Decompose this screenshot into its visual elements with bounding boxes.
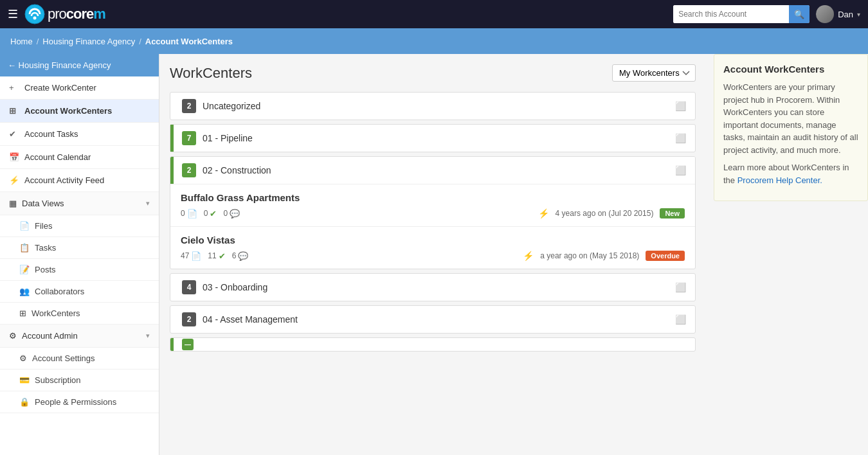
comment-icon: 💬	[230, 209, 240, 219]
grid-icon: ⊞	[9, 106, 19, 116]
sidebar-item-people-permissions[interactable]: 🔒 People & Permissions	[0, 391, 159, 413]
hamburger-menu[interactable]: ☰	[8, 7, 18, 21]
tasks-icon: 📋	[19, 243, 30, 253]
sidebar-back-button[interactable]: ← Housing Finance Agency	[0, 54, 159, 76]
sidebar-item-subscription[interactable]: 💳 Subscription	[0, 370, 159, 391]
user-dropdown-arrow: ▾	[857, 11, 860, 18]
right-panel: Account WorkCenters WorkCenters are your…	[714, 54, 868, 201]
stat-tasks: 0 ✔	[204, 209, 217, 219]
stat-docs: 0 📄	[181, 209, 197, 219]
workcenter-row-onboarding[interactable]: 4 03 - Onboarding ⬜	[170, 273, 696, 301]
wc-badge: 7	[182, 131, 196, 145]
search-button[interactable]: 🔍	[789, 5, 809, 23]
sidebar-item-posts[interactable]: 📝 Posts	[0, 259, 159, 281]
wc-card-title: Buffalo Grass Apartments	[181, 192, 685, 203]
task-check-icon: ✔	[210, 209, 217, 219]
workcenter-row-pipeline[interactable]: 7 01 - Pipeline ⬜	[170, 124, 696, 152]
green-indicator	[170, 125, 174, 152]
comment-icon: 💬	[238, 251, 248, 261]
logo[interactable]: procorem	[24, 4, 105, 24]
right-panel-paragraph1: WorkCenters are your primary project hub…	[723, 81, 858, 156]
content-main: WorkCenters My Workcenters All Workcente…	[159, 54, 706, 455]
workcenters-sub-icon: ⊞	[19, 308, 26, 318]
logo-icon	[24, 4, 45, 24]
top-navigation: ☰ procorem 🔍 Dan ▾	[0, 0, 868, 28]
wc-card-right: ⚡ a year ago on (May 15 2018) Overdue	[523, 251, 685, 261]
wc-card-meta: 0 📄 0 ✔ 0 💬	[181, 208, 685, 219]
sidebar-item-label: Account WorkCenters	[24, 106, 112, 116]
sidebar-item-collaborators[interactable]: 👥 Collaborators	[0, 281, 159, 303]
sidebar-item-label: Account Calendar	[24, 152, 91, 162]
sidebar-item-account-activity-feed[interactable]: ⚡ Account Activity Feed	[0, 169, 159, 192]
account-admin-icon: ⚙	[9, 331, 17, 341]
sidebar-item-label: Account Activity Feed	[24, 175, 104, 185]
wc-badge: 2	[182, 99, 196, 113]
sidebar-section-account-admin[interactable]: ⚙ Account Admin ▾	[0, 325, 159, 348]
wc-stats: 47 📄 11 ✔ 6 💬	[181, 251, 248, 261]
search-input[interactable]	[673, 5, 789, 23]
svg-point-1	[33, 17, 37, 20]
activity-lightning-icon: ⚡	[538, 208, 549, 219]
sidebar-item-tasks[interactable]: 📋 Tasks	[0, 237, 159, 259]
logo-text: procorem	[48, 6, 105, 22]
help-center-link[interactable]: Procorem Help Center.	[737, 175, 822, 185]
sidebar-item-create-workcenter[interactable]: + Create WorkCenter	[0, 76, 159, 100]
sidebar-section-admin-label: Account Admin	[22, 331, 78, 341]
sidebar-section-data-views[interactable]: ▦ Data Views ▾	[0, 192, 159, 215]
right-panel-paragraph2: Learn more about WorkCenters in the Proc…	[723, 161, 858, 186]
wc-card-title: Cielo Vistas	[181, 235, 685, 245]
sidebar-item-account-workcenters[interactable]: ⊞ Account WorkCenters	[0, 100, 159, 123]
stat-tasks: 11 ✔	[208, 251, 225, 261]
workcenter-card-buffalo-grass[interactable]: Buffalo Grass Apartments 0 📄 0 ✔	[170, 184, 695, 227]
green-indicator	[170, 338, 174, 351]
sidebar-item-files[interactable]: 📄 Files	[0, 215, 159, 237]
workcenter-row-partial[interactable]: —	[170, 337, 696, 352]
wc-label: 04 - Asset Management	[203, 314, 669, 325]
wc-label: 03 - Onboarding	[203, 282, 669, 292]
wc-label: 02 - Construction	[203, 165, 669, 175]
workcenter-group-header-construction[interactable]: 2 02 - Construction ⬜	[170, 157, 695, 184]
green-indicator	[170, 157, 174, 184]
activity-time: a year ago on (May 15 2018)	[540, 251, 639, 260]
collaborators-icon: 👥	[19, 287, 30, 296]
breadcrumb-account[interactable]: Housing Finance Agency	[42, 37, 135, 46]
breadcrumb-current: Account WorkCenters	[145, 37, 233, 46]
subscription-icon: 💳	[19, 375, 30, 385]
expand-icon: ⬜	[675, 101, 686, 111]
sidebar-item-label: Account Tasks	[24, 129, 78, 139]
wc-label: 01 - Pipeline	[203, 133, 669, 143]
filter-dropdown[interactable]: My Workcenters All Workcenters	[612, 64, 696, 82]
wc-label: Uncategorized	[203, 101, 669, 111]
workcenter-row-asset-management[interactable]: 2 04 - Asset Management ⬜	[170, 305, 696, 334]
workcenter-row-uncategorized[interactable]: 2 Uncategorized ⬜	[170, 92, 696, 120]
document-icon: 📄	[187, 209, 197, 219]
page-title: WorkCenters	[170, 65, 252, 82]
plus-icon: +	[9, 83, 19, 93]
task-check-icon: ✔	[219, 251, 226, 261]
document-icon: 📄	[191, 251, 201, 261]
wc-card-right: ⚡ 4 years ago on (Jul 20 2015) New	[538, 208, 685, 219]
user-menu[interactable]: Dan ▾	[816, 5, 860, 23]
sidebar-item-account-calendar[interactable]: 📅 Account Calendar	[0, 146, 159, 169]
sidebar-item-label: Create WorkCenter	[24, 83, 96, 93]
sidebar-item-account-tasks[interactable]: ✔ Account Tasks	[0, 123, 159, 146]
main-layout: ← Housing Finance Agency + Create WorkCe…	[0, 54, 868, 455]
breadcrumb-sep-2: /	[139, 37, 141, 46]
breadcrumb-home[interactable]: Home	[10, 37, 33, 46]
svg-point-0	[25, 4, 44, 24]
lightning-icon: ⚡	[9, 175, 19, 185]
wc-badge: 4	[182, 280, 196, 294]
breadcrumb-sep-1: /	[37, 37, 39, 46]
badge-overdue: Overdue	[646, 251, 685, 261]
sidebar-item-workcenters-sub[interactable]: ⊞ WorkCenters	[0, 303, 159, 325]
sidebar-section-label: Data Views	[22, 199, 64, 208]
chevron-down-icon-admin: ▾	[146, 332, 150, 340]
wc-card-meta: 47 📄 11 ✔ 6 💬	[181, 251, 685, 261]
content-area: WorkCenters My Workcenters All Workcente…	[159, 54, 868, 455]
wc-badge: 2	[182, 163, 196, 177]
workcenter-card-cielo-vistas[interactable]: Cielo Vistas 47 📄 11 ✔	[170, 227, 695, 269]
sidebar-item-account-settings[interactable]: ⚙ Account Settings	[0, 348, 159, 370]
badge-new: New	[660, 208, 685, 219]
search-box: 🔍	[673, 5, 809, 23]
activity-time: 4 years ago on (Jul 20 2015)	[556, 209, 654, 218]
